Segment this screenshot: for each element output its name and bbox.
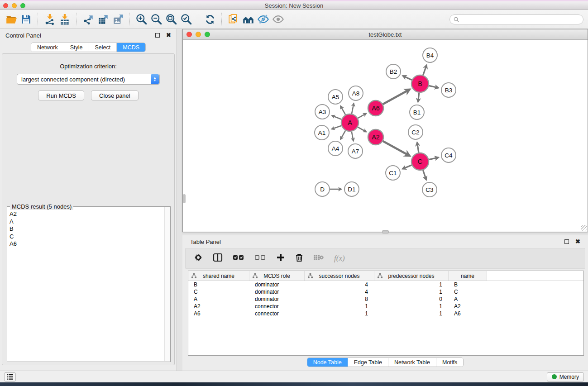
table-cell[interactable]: dominator xyxy=(249,281,305,288)
table-cell[interactable]: 1 xyxy=(305,303,374,310)
table-cell[interactable]: A xyxy=(449,295,487,303)
graph-edge[interactable] xyxy=(383,141,410,156)
graph-edge[interactable] xyxy=(418,93,419,102)
network-canvas[interactable]: B4B2BB3A8A5A6B1A3AA1C2A2A4A7CC4C1C3DD1 xyxy=(183,40,588,232)
table-cell[interactable]: A2 xyxy=(188,303,249,310)
graph-edge[interactable] xyxy=(383,90,410,105)
close-panel-button[interactable]: Close panel xyxy=(91,91,139,100)
table-cell[interactable]: connector xyxy=(249,303,305,310)
close-table-panel-icon[interactable]: ✖ xyxy=(575,239,580,244)
mcds-result-item[interactable]: A6 xyxy=(10,240,164,248)
delete-table-icon[interactable] xyxy=(313,254,324,263)
column-view-icon[interactable] xyxy=(213,253,223,264)
table-row[interactable]: Bdominator41B xyxy=(188,281,583,288)
criterion-dropdown[interactable]: largest connected component (directed) ▲… xyxy=(17,74,160,85)
show-all-icon[interactable] xyxy=(271,12,286,27)
graph-edge[interactable] xyxy=(423,170,426,180)
column-header-shared-name[interactable]: shared name xyxy=(188,271,249,281)
table-row[interactable]: A6connector11A6 xyxy=(188,310,583,317)
tab-network-table[interactable]: Network Table xyxy=(388,358,436,367)
table-cell[interactable]: dominator xyxy=(249,295,305,303)
graph-edge[interactable] xyxy=(332,115,341,119)
table-row[interactable]: Adominator80A xyxy=(188,295,583,303)
table-cell[interactable]: 1 xyxy=(374,310,449,317)
table-cell[interactable]: 1 xyxy=(374,281,449,288)
graph-edge[interactable] xyxy=(358,127,366,132)
graph-edge[interactable] xyxy=(429,157,439,160)
result-scrollbar[interactable] xyxy=(164,207,170,361)
graph-edge[interactable] xyxy=(332,126,341,129)
tab-node-table[interactable]: Node Table xyxy=(307,358,348,367)
network-vertical-scroll-thumb[interactable] xyxy=(183,194,186,203)
zoom-out-icon[interactable] xyxy=(149,12,164,27)
export-table-icon[interactable] xyxy=(96,12,110,27)
export-image-icon[interactable] xyxy=(110,12,125,27)
graph-edge[interactable] xyxy=(352,132,354,141)
zoom-in-icon[interactable] xyxy=(134,12,149,27)
table-cell[interactable]: A xyxy=(188,295,249,303)
close-network-window-button[interactable] xyxy=(186,32,192,37)
table-cell[interactable]: 1 xyxy=(374,288,449,295)
mcds-result-item[interactable]: B xyxy=(10,225,164,233)
hide-selected-icon[interactable] xyxy=(256,12,271,27)
graph-edge[interactable] xyxy=(417,143,418,153)
table-cell[interactable]: B xyxy=(449,281,487,288)
delete-columns-icon[interactable] xyxy=(295,253,303,264)
search-field[interactable] xyxy=(449,14,583,24)
tab-select[interactable]: Select xyxy=(89,43,117,52)
graph-edge[interactable] xyxy=(340,130,345,139)
table-cell[interactable]: 1 xyxy=(374,303,449,310)
graph-edge[interactable] xyxy=(352,104,354,114)
table-row[interactable]: Cdominator41C xyxy=(188,288,583,295)
network-graph[interactable]: B4B2BB3A8A5A6B1A3AA1C2A2A4A7CC4C1C3DD1 xyxy=(183,40,588,232)
tab-motifs[interactable]: Motifs xyxy=(436,358,463,367)
table-cell[interactable]: A6 xyxy=(449,310,487,317)
column-header-predecessor-nodes[interactable]: predecessor nodes xyxy=(374,271,449,281)
memory-button[interactable]: Memory xyxy=(547,372,584,381)
save-session-icon[interactable] xyxy=(19,12,33,27)
first-neighbors-icon[interactable] xyxy=(241,12,256,27)
column-header-successor-nodes[interactable]: successor nodes xyxy=(305,271,374,281)
refresh-icon[interactable] xyxy=(202,12,217,27)
table-row[interactable]: A2connector11A2 xyxy=(188,303,583,310)
zoom-fit-icon[interactable] xyxy=(164,12,179,27)
close-panel-icon[interactable]: ✖ xyxy=(166,33,171,38)
graph-edge[interactable] xyxy=(340,106,345,115)
table-cell[interactable]: connector xyxy=(249,310,305,317)
deselect-all-checkboxes-icon[interactable] xyxy=(254,254,266,262)
table-cell[interactable]: 4 xyxy=(305,288,374,295)
search-input[interactable] xyxy=(461,16,579,23)
table-cell[interactable]: 1 xyxy=(305,310,374,317)
graph-edge[interactable] xyxy=(423,65,427,75)
table-cell[interactable]: A2 xyxy=(449,303,487,310)
tab-network[interactable]: Network xyxy=(31,43,64,52)
graph-edge[interactable] xyxy=(358,114,366,118)
select-all-checkboxes-icon[interactable] xyxy=(233,254,244,262)
tab-style[interactable]: Style xyxy=(64,43,89,52)
graph-edge[interactable] xyxy=(403,76,412,80)
import-network-icon[interactable] xyxy=(42,12,57,27)
zoom-network-window-button[interactable] xyxy=(205,32,210,37)
import-table-icon[interactable] xyxy=(57,12,72,27)
table-cell[interactable]: A6 xyxy=(188,310,249,317)
column-header-name[interactable]: name xyxy=(449,271,487,281)
add-column-icon[interactable] xyxy=(276,253,285,264)
tab-mcds[interactable]: MCDS xyxy=(117,43,145,52)
new-network-from-selection-icon[interactable] xyxy=(226,12,241,27)
network-horizontal-scroll-thumb[interactable] xyxy=(382,230,389,234)
column-header-mcds-role[interactable]: MCDS role xyxy=(249,271,305,281)
minimize-network-window-button[interactable] xyxy=(196,32,201,37)
mcds-result-item[interactable]: A2 xyxy=(10,210,164,218)
table-cell[interactable]: 8 xyxy=(305,295,374,303)
tab-edge-table[interactable]: Edge Table xyxy=(348,358,388,367)
function-builder-icon[interactable]: f(x) xyxy=(334,254,345,263)
settings-gear-icon[interactable] xyxy=(194,253,203,264)
table-cell[interactable]: 0 xyxy=(374,295,449,303)
open-file-icon[interactable] xyxy=(4,12,19,27)
graph-edge[interactable] xyxy=(429,86,439,88)
mcds-result-item[interactable]: A xyxy=(10,218,164,226)
task-history-button[interactable] xyxy=(4,372,16,381)
run-mcds-button[interactable]: Run MCDS xyxy=(38,91,84,100)
window-resize-grip[interactable] xyxy=(581,225,587,231)
mcds-result-item[interactable]: C xyxy=(10,233,164,241)
